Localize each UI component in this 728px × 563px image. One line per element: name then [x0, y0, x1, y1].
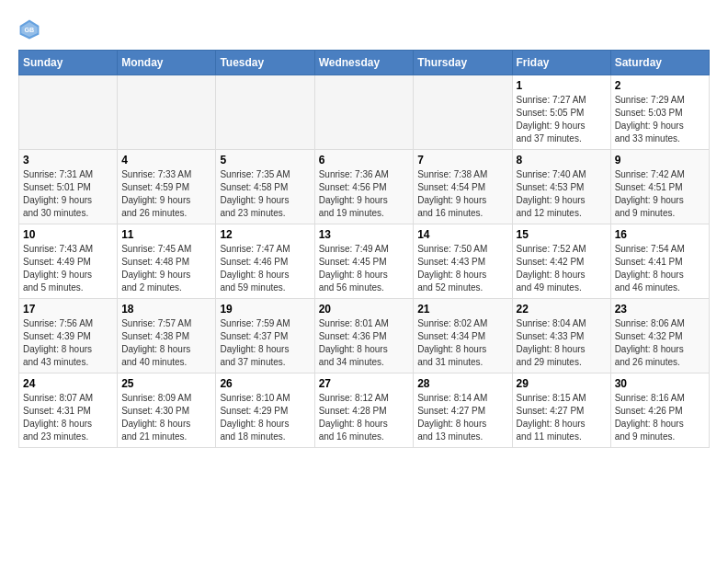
weekday-header-friday: Friday [512, 51, 610, 75]
calendar-cell: 26Sunrise: 8:10 AM Sunset: 4:29 PM Dayli… [216, 373, 314, 448]
calendar-cell: 21Sunrise: 8:02 AM Sunset: 4:34 PM Dayli… [414, 299, 512, 373]
day-number: 17 [23, 303, 113, 316]
day-number: 3 [23, 154, 113, 167]
day-number: 16 [615, 228, 705, 241]
day-number: 14 [417, 228, 507, 241]
calendar-cell [19, 75, 118, 150]
day-info: Sunrise: 7:54 AM Sunset: 4:41 PM Dayligh… [615, 243, 705, 294]
calendar-cell: 11Sunrise: 7:45 AM Sunset: 4:48 PM Dayli… [118, 224, 216, 299]
calendar-cell: 23Sunrise: 8:06 AM Sunset: 4:32 PM Dayli… [610, 299, 709, 373]
calendar-cell: 17Sunrise: 7:56 AM Sunset: 4:39 PM Dayli… [19, 299, 118, 373]
day-number: 28 [417, 377, 507, 390]
week-row-2: 3Sunrise: 7:31 AM Sunset: 5:01 PM Daylig… [19, 150, 710, 224]
calendar-cell: 18Sunrise: 7:57 AM Sunset: 4:38 PM Dayli… [118, 299, 216, 373]
day-info: Sunrise: 7:42 AM Sunset: 4:51 PM Dayligh… [615, 168, 705, 220]
day-number: 23 [615, 303, 705, 316]
day-number: 15 [517, 228, 607, 241]
calendar-cell: 2Sunrise: 7:29 AM Sunset: 5:03 PM Daylig… [610, 75, 709, 150]
day-number: 11 [121, 228, 211, 241]
calendar-cell: 25Sunrise: 8:09 AM Sunset: 4:30 PM Dayli… [118, 373, 216, 448]
day-info: Sunrise: 8:16 AM Sunset: 4:26 PM Dayligh… [615, 392, 705, 443]
calendar-cell: 20Sunrise: 8:01 AM Sunset: 4:36 PM Dayli… [314, 299, 414, 373]
calendar-cell: 8Sunrise: 7:40 AM Sunset: 4:53 PM Daylig… [512, 150, 610, 224]
calendar-cell: 1Sunrise: 7:27 AM Sunset: 5:05 PM Daylig… [512, 75, 610, 150]
weekday-header-saturday: Saturday [610, 51, 709, 75]
day-info: Sunrise: 7:36 AM Sunset: 4:56 PM Dayligh… [319, 168, 410, 220]
day-number: 6 [319, 154, 410, 167]
day-number: 30 [615, 377, 705, 390]
week-row-5: 24Sunrise: 8:07 AM Sunset: 4:31 PM Dayli… [19, 373, 710, 448]
day-info: Sunrise: 8:06 AM Sunset: 4:32 PM Dayligh… [615, 317, 705, 369]
day-number: 19 [220, 303, 310, 316]
calendar-cell: 22Sunrise: 8:04 AM Sunset: 4:33 PM Dayli… [512, 299, 610, 373]
calendar: SundayMondayTuesdayWednesdayThursdayFrid… [18, 50, 710, 448]
day-info: Sunrise: 8:04 AM Sunset: 4:33 PM Dayligh… [517, 317, 607, 369]
weekday-header-row: SundayMondayTuesdayWednesdayThursdayFrid… [19, 51, 710, 75]
calendar-cell: 28Sunrise: 8:14 AM Sunset: 4:27 PM Dayli… [414, 373, 512, 448]
weekday-header-wednesday: Wednesday [314, 51, 414, 75]
day-number: 29 [517, 377, 607, 390]
day-info: Sunrise: 7:56 AM Sunset: 4:39 PM Dayligh… [23, 317, 113, 369]
day-number: 7 [417, 154, 507, 167]
day-number: 27 [319, 377, 410, 390]
day-info: Sunrise: 8:07 AM Sunset: 4:31 PM Dayligh… [23, 392, 113, 443]
day-info: Sunrise: 8:01 AM Sunset: 4:36 PM Dayligh… [319, 317, 410, 369]
calendar-cell: 6Sunrise: 7:36 AM Sunset: 4:56 PM Daylig… [314, 150, 414, 224]
weekday-header-tuesday: Tuesday [216, 51, 314, 75]
day-number: 1 [517, 79, 607, 92]
day-number: 10 [23, 228, 113, 241]
day-number: 5 [220, 154, 310, 167]
week-row-3: 10Sunrise: 7:43 AM Sunset: 4:49 PM Dayli… [19, 224, 710, 299]
day-number: 20 [319, 303, 410, 316]
day-info: Sunrise: 8:09 AM Sunset: 4:30 PM Dayligh… [121, 392, 211, 443]
day-info: Sunrise: 7:47 AM Sunset: 4:46 PM Dayligh… [220, 243, 310, 294]
calendar-cell: 10Sunrise: 7:43 AM Sunset: 4:49 PM Dayli… [19, 224, 118, 299]
day-info: Sunrise: 8:12 AM Sunset: 4:28 PM Dayligh… [319, 392, 410, 443]
calendar-cell: 24Sunrise: 8:07 AM Sunset: 4:31 PM Dayli… [19, 373, 118, 448]
day-info: Sunrise: 7:38 AM Sunset: 4:54 PM Dayligh… [417, 168, 507, 220]
day-info: Sunrise: 7:50 AM Sunset: 4:43 PM Dayligh… [417, 243, 507, 294]
svg-text:GB: GB [24, 26, 34, 34]
calendar-cell: 30Sunrise: 8:16 AM Sunset: 4:26 PM Dayli… [610, 373, 709, 448]
day-info: Sunrise: 7:45 AM Sunset: 4:48 PM Dayligh… [121, 243, 211, 294]
day-number: 24 [23, 377, 113, 390]
day-number: 25 [121, 377, 211, 390]
header: GB [18, 18, 710, 40]
logo-icon: GB [18, 18, 40, 40]
day-info: Sunrise: 7:40 AM Sunset: 4:53 PM Dayligh… [517, 168, 607, 220]
day-info: Sunrise: 7:27 AM Sunset: 5:05 PM Dayligh… [517, 94, 607, 145]
calendar-cell: 7Sunrise: 7:38 AM Sunset: 4:54 PM Daylig… [414, 150, 512, 224]
calendar-cell: 4Sunrise: 7:33 AM Sunset: 4:59 PM Daylig… [118, 150, 216, 224]
calendar-cell [216, 75, 314, 150]
day-info: Sunrise: 7:52 AM Sunset: 4:42 PM Dayligh… [517, 243, 607, 294]
week-row-4: 17Sunrise: 7:56 AM Sunset: 4:39 PM Dayli… [19, 299, 710, 373]
day-number: 9 [615, 154, 705, 167]
calendar-cell [314, 75, 414, 150]
day-number: 22 [517, 303, 607, 316]
day-info: Sunrise: 7:31 AM Sunset: 5:01 PM Dayligh… [23, 168, 113, 220]
day-number: 4 [121, 154, 211, 167]
day-info: Sunrise: 7:59 AM Sunset: 4:37 PM Dayligh… [220, 317, 310, 369]
calendar-cell: 9Sunrise: 7:42 AM Sunset: 4:51 PM Daylig… [610, 150, 709, 224]
calendar-cell: 5Sunrise: 7:35 AM Sunset: 4:58 PM Daylig… [216, 150, 314, 224]
week-row-1: 1Sunrise: 7:27 AM Sunset: 5:05 PM Daylig… [19, 75, 710, 150]
day-info: Sunrise: 7:29 AM Sunset: 5:03 PM Dayligh… [615, 94, 705, 145]
day-info: Sunrise: 7:33 AM Sunset: 4:59 PM Dayligh… [121, 168, 211, 220]
day-info: Sunrise: 7:43 AM Sunset: 4:49 PM Dayligh… [23, 243, 113, 294]
weekday-header-monday: Monday [118, 51, 216, 75]
day-info: Sunrise: 8:15 AM Sunset: 4:27 PM Dayligh… [517, 392, 607, 443]
calendar-cell: 12Sunrise: 7:47 AM Sunset: 4:46 PM Dayli… [216, 224, 314, 299]
calendar-cell [118, 75, 216, 150]
calendar-cell: 29Sunrise: 8:15 AM Sunset: 4:27 PM Dayli… [512, 373, 610, 448]
calendar-cell: 27Sunrise: 8:12 AM Sunset: 4:28 PM Dayli… [314, 373, 414, 448]
calendar-cell: 16Sunrise: 7:54 AM Sunset: 4:41 PM Dayli… [610, 224, 709, 299]
day-info: Sunrise: 7:49 AM Sunset: 4:45 PM Dayligh… [319, 243, 410, 294]
day-number: 8 [517, 154, 607, 167]
weekday-header-sunday: Sunday [19, 51, 118, 75]
calendar-cell [414, 75, 512, 150]
day-number: 2 [615, 79, 705, 92]
calendar-cell: 14Sunrise: 7:50 AM Sunset: 4:43 PM Dayli… [414, 224, 512, 299]
day-info: Sunrise: 7:57 AM Sunset: 4:38 PM Dayligh… [121, 317, 211, 369]
day-info: Sunrise: 8:02 AM Sunset: 4:34 PM Dayligh… [417, 317, 507, 369]
logo: GB [18, 18, 44, 40]
